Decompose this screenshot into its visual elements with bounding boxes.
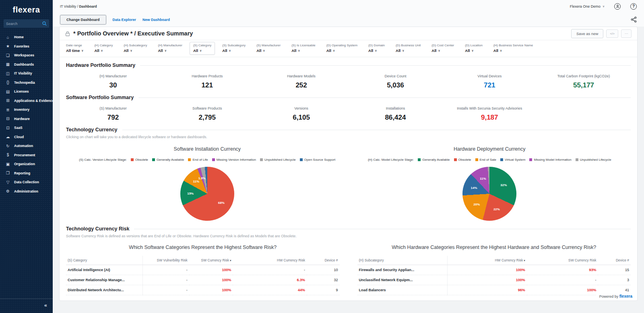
column-header-h-subcategory[interactable]: (H) Subcategory (357, 256, 448, 265)
filter-date-range[interactable]: Date rangeAll time∨ (66, 44, 83, 53)
sidebar-item-licenses[interactable]: ▤Licenses (0, 87, 53, 96)
procurement-icon: $ (5, 153, 10, 157)
applications-icon: ⊞ (5, 98, 10, 103)
new-dashboard-link[interactable]: New Dashboard (142, 18, 170, 22)
table-row[interactable]: Distributed Network Architectu...-100%44… (66, 285, 340, 295)
sidebar-item-procurement[interactable]: $Procurement (0, 151, 53, 160)
pie-slice-label: 20% (473, 203, 480, 206)
sidebar-item-technopedia[interactable]: {}Technopedia (0, 78, 53, 87)
filter-value: All∨ (193, 48, 211, 53)
filter-label: Date range (66, 44, 83, 47)
filter-h-category[interactable]: (H) CategoryAll∨ (94, 44, 113, 53)
sidebar-item-label: SaaS (14, 126, 23, 130)
filter-h-business-service-name[interactable]: (H) Business Service NameAll∨ (493, 44, 533, 53)
sidebar-item-dashboards[interactable]: ▦Dashboards (0, 60, 53, 69)
more-options-button[interactable]: ⋯ (621, 29, 632, 38)
pie-chart[interactable] (462, 167, 516, 221)
section-divider (122, 130, 631, 130)
filter-s-is-licensable[interactable]: (S) Is LicensableAll∨ (291, 44, 316, 53)
table-cell: 100% (448, 275, 527, 285)
user-icon[interactable] (614, 3, 621, 10)
filter-d-business-unit[interactable]: (D) Business UnitAll∨ (396, 44, 421, 53)
column-header-device[interactable]: Device # (307, 256, 340, 265)
column-header-s-category[interactable]: (S) Category (66, 256, 142, 265)
filter-d-domain[interactable]: (D) DomainAll∨ (368, 44, 385, 53)
kpi-installs-with-secunia-security-advisories: Installs With Secunia Security Advisorie… (442, 106, 537, 122)
sidebar-item-inventory[interactable]: ≣Inventory (0, 105, 53, 114)
data-explorer-link[interactable]: Data Explorer (113, 18, 136, 22)
legend-item-open-source-support: Open Source Support (300, 158, 335, 162)
sidebar-item-saas[interactable]: ⊡SaaS (0, 123, 53, 133)
legend-item-obsolete: Obsolete (131, 158, 148, 162)
column-header-sw-currency-risk[interactable]: SW Currency Risk ▾ (189, 256, 233, 265)
legend-text: Obsolete (135, 158, 148, 162)
filter-h-subcategory[interactable]: (H) SubcategoryAll∨ (124, 44, 147, 53)
share-icon[interactable] (631, 17, 637, 23)
filter-label: (S) Subcategory (222, 44, 246, 47)
filter-value-text: All (193, 48, 198, 53)
sidebar-item-label: Workspaces (14, 53, 34, 57)
sidebar-item-it-visibility[interactable]: ◫IT Visibility (0, 69, 53, 78)
sidebar-item-favorites[interactable]: ★Favorites (0, 42, 53, 51)
column-header-hw-currency-risk[interactable]: HW Currency Risk (233, 256, 306, 265)
filter-d-cost-center[interactable]: (D) Cost CenterAll∨ (431, 44, 454, 53)
table-cell: Firewalls and Security Applian... (357, 265, 448, 275)
column-header-hw-currency-risk[interactable]: HW Currency Risk ▾ (448, 256, 527, 265)
legend-label: (H) Calc. Model Lifecycle Stage: (368, 158, 414, 162)
table-row[interactable]: Load Balancers96%100%41 (357, 285, 631, 295)
hardware-kpi-row: (H) Manufacturer30Hardware Products121Ha… (66, 74, 631, 89)
table-row[interactable]: Firewalls and Security Applian...100%93%… (357, 265, 631, 275)
help-icon[interactable]: ? (630, 3, 637, 10)
search-input[interactable] (6, 22, 42, 26)
filter-value: All∨ (158, 48, 182, 53)
sidebar-item-organization[interactable]: ▣Organization (0, 160, 53, 169)
filter-value-text: All time (66, 48, 80, 53)
legend-text: Missing Version Information (217, 158, 256, 162)
table-row[interactable]: Unclassified Network Equipm...100%-3 (357, 275, 631, 285)
filter-d-operating-system[interactable]: (D) Operating SystemAll∨ (326, 44, 357, 53)
code-view-button[interactable]: </> (606, 29, 618, 38)
sidebar-item-label: Dashboards (14, 62, 34, 66)
sidebar-item-applications-evidence[interactable]: ⊞Applications & Evidence (0, 96, 53, 106)
kpi-label: Versions (254, 106, 349, 110)
topbar: IT Visibility / Dashboard Flexera One De… (53, 0, 644, 12)
risk-tables-row: Which Software Categories Represent the … (66, 245, 631, 295)
column-header-sw-currency-risk[interactable]: SW Currency Risk (527, 256, 598, 265)
filter-value: All∨ (465, 48, 483, 53)
technology-currency-subtitle: Clicking on chart will take you to a ded… (66, 135, 631, 139)
table-cell: - (527, 275, 598, 285)
filter-h-manufacturer[interactable]: (H) ManufacturerAll∨ (158, 44, 182, 53)
column-header-device[interactable]: Device # (598, 256, 631, 265)
sidebar-item-hardware[interactable]: ⊟Hardware (0, 114, 53, 124)
filter-s-category[interactable]: (S) CategoryAll∨ (190, 42, 215, 55)
kpi-total-carbon-footprint-kgco2e: Total Carbon Footprint (kgCO2e)55,177 (537, 74, 631, 89)
flexera-brand: flexera (619, 294, 632, 298)
kpi-value: 792 (66, 114, 160, 122)
sidebar-item-data-collection[interactable]: ▽Data Collection (0, 178, 53, 187)
breadcrumb[interactable]: IT Visibility / Dashboard (60, 4, 97, 8)
table-row[interactable]: Customer Relationship Manage...-100%6.3%… (66, 275, 340, 285)
account-menu[interactable]: Flexera One Demo ∨ (570, 4, 605, 8)
risk-table: (S) CategorySW Vulnerbility RiskSW Curre… (66, 256, 340, 295)
sidebar-item-home[interactable]: ⌂Home (0, 33, 53, 42)
save-as-new-button[interactable]: Save as new (571, 29, 603, 38)
change-dashboard-button[interactable]: Change Dashboard (60, 15, 106, 25)
sidebar-item-administration[interactable]: ⚙Administration (0, 187, 53, 196)
table-row[interactable]: Artificial Intelligence (AI)-100%-10 (66, 265, 340, 275)
legend-item-generally-available: Generally Available (152, 158, 184, 162)
column-header-sw-vulnerbility-risk[interactable]: SW Vulnerbility Risk (142, 256, 189, 265)
sidebar-item-label: Administration (14, 189, 38, 193)
sidebar-item-cloud[interactable]: ☁Cloud (0, 133, 53, 142)
sidebar-collapse-button[interactable]: « (0, 298, 53, 313)
sidebar-item-automation[interactable]: ↻Automation (0, 141, 53, 151)
breadcrumb-section[interactable]: IT Visibility (60, 4, 76, 8)
filter-s-subcategory[interactable]: (S) SubcategoryAll∨ (222, 44, 246, 53)
sidebar-search[interactable] (4, 19, 49, 28)
search-icon[interactable] (42, 21, 47, 26)
sidebar-item-reporting[interactable]: ❐Reporting (0, 169, 53, 178)
filter-d-location[interactable]: (D) LocationAll∨ (465, 44, 483, 53)
filter-s-manufacturer[interactable]: (S) ManufacturerAll∨ (256, 44, 281, 53)
filter-value-text: All (256, 48, 261, 53)
account-label: Flexera One Demo (570, 4, 601, 8)
sidebar-item-workspaces[interactable]: ❏Workspaces (0, 51, 53, 60)
